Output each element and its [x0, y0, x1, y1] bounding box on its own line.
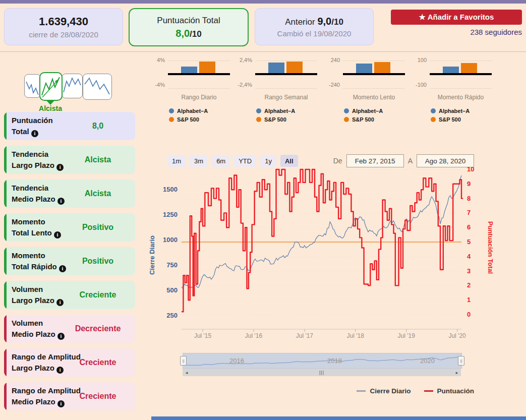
- info-icon[interactable]: i: [54, 231, 61, 238]
- item-value: Alcista: [65, 146, 131, 174]
- mini-legend: Alphabet–A S&P 500: [344, 108, 383, 123]
- item-label: MomentoTotal Lento i: [12, 216, 61, 238]
- mini-chart-title: Rango Diario: [166, 94, 232, 101]
- previous-score-card: Anterior 9,0/10 Cambió el 19/08/2020: [255, 8, 374, 45]
- scrollbar-left-arrow-icon[interactable]: ◂: [183, 370, 191, 375]
- svg-text:1500: 1500: [163, 186, 178, 193]
- legend-label: S&P 500: [352, 116, 374, 123]
- date-to-input[interactable]: [417, 154, 474, 167]
- info-icon[interactable]: i: [56, 367, 64, 374]
- svg-text:6: 6: [467, 223, 471, 231]
- pattern-label: Alcista: [30, 104, 71, 112]
- legend-label: Alphabet–A: [177, 108, 208, 114]
- list-item-puntuacion-total: PuntuaciónTotal i 8,0: [4, 112, 135, 140]
- svg-text:Jul '19: Jul '19: [398, 332, 416, 339]
- navigator-year-label: 2020: [420, 357, 435, 365]
- range-button-ytd[interactable]: YTD: [234, 155, 256, 167]
- previous-subtitle: Cambió el 19/08/2020: [277, 29, 352, 38]
- bar-alphabet: [268, 63, 284, 73]
- date-to-label: A: [408, 157, 413, 165]
- scrollbar-right-arrow-icon[interactable]: ▸: [453, 370, 461, 375]
- range-selector: 1m 3m 6m YTD 1y All De A: [167, 154, 474, 167]
- mini-top-gridline: [168, 61, 230, 61]
- svg-text:250: 250: [166, 312, 178, 319]
- legend-label: Alphabet–A: [352, 108, 383, 114]
- range-button-3m[interactable]: 3m: [190, 155, 208, 167]
- item-accent-bar: [4, 281, 7, 309]
- list-item-momento-rapido: MomentoTotal Rápido i Positivo: [4, 247, 135, 275]
- legend-label: S&P 500: [264, 116, 286, 123]
- info-icon[interactable]: i: [57, 400, 65, 407]
- range-button-6m[interactable]: 6m: [212, 155, 230, 167]
- followers-count: 238 seguidores: [391, 28, 522, 36]
- svg-text:4: 4: [467, 253, 471, 260]
- score-breakdown-list: PuntuaciónTotal i 8,0 TendenciaLargo Pla…: [4, 112, 135, 410]
- mini-ymax-label: 4%: [149, 57, 165, 63]
- svg-text:5: 5: [467, 238, 471, 246]
- pattern-peak-decline-thumb[interactable]: [83, 74, 112, 100]
- list-item-volumen-medio: VolumenMedio Plazo i Decreciente: [4, 315, 135, 343]
- item-accent-bar: [4, 348, 7, 377]
- bar-alphabet: [443, 67, 459, 73]
- range-button-all[interactable]: All: [280, 155, 298, 167]
- chart-navigator[interactable]: 2016 2018 2020 || ||: [183, 353, 462, 369]
- item-accent-bar: [4, 382, 7, 410]
- item-label: VolumenMedio Plazo i: [12, 318, 65, 340]
- list-item-volumen-largo: VolumenLargo Plazo i Creciente: [4, 281, 135, 309]
- item-accent-bar: [4, 146, 7, 174]
- svg-text:1000: 1000: [163, 236, 178, 244]
- svg-text:Jul '17: Jul '17: [296, 332, 314, 339]
- chart-scrollbar[interactable]: ◂ ||| ▸: [183, 369, 461, 376]
- bar-sp500: [461, 63, 477, 73]
- previous-label: Anterior: [285, 17, 317, 27]
- legend-item-puntuacion[interactable]: Puntuación: [424, 387, 475, 395]
- legend-label: Alphabet–A: [264, 108, 295, 114]
- mini-ymin-label: -240: [324, 82, 340, 88]
- date-range: De A: [333, 154, 474, 167]
- mini-chart-rango-diario: 4% -4% Rango Diario Alphabet–A S&P 500: [149, 56, 232, 130]
- sp500-legend-dot-icon: [431, 117, 436, 122]
- mini-ymin-label: -4%: [149, 82, 165, 88]
- svg-text:7: 7: [467, 209, 471, 216]
- navigator-right-handle[interactable]: ||: [458, 356, 464, 366]
- pattern-rising-thumb[interactable]: [62, 74, 83, 98]
- info-icon[interactable]: i: [31, 130, 38, 137]
- svg-text:9: 9: [467, 180, 471, 188]
- price-value: 1.639,430: [39, 15, 88, 28]
- mini-bottom-gridline: [343, 88, 405, 89]
- peak-decline-sparkline-icon: [83, 74, 111, 99]
- favorites-label: Añadir a Favoritos: [426, 13, 494, 21]
- mini-bottom-gridline: [168, 88, 230, 89]
- bar-sp500: [286, 62, 303, 73]
- item-value: 8,0: [65, 112, 131, 140]
- score-value: 8,0: [176, 28, 190, 39]
- legend-item-cierre-diario[interactable]: Cierre Diario: [357, 387, 411, 395]
- alphabet-legend-dot-icon: [431, 108, 436, 113]
- add-to-favorites-button[interactable]: ★ Añadir a Favoritos: [391, 10, 522, 25]
- pattern-uptrend-thumb-selected[interactable]: [39, 72, 63, 101]
- info-icon[interactable]: i: [56, 164, 64, 171]
- item-value: Alcista: [65, 179, 131, 208]
- info-icon[interactable]: i: [57, 333, 65, 340]
- alphabet-legend-dot-icon: [344, 108, 349, 113]
- mini-chart-title: Momento Lento: [341, 94, 407, 101]
- bar-alphabet: [356, 64, 372, 73]
- scrollbar-grip-icon[interactable]: |||: [191, 370, 453, 375]
- svg-text:1250: 1250: [163, 211, 178, 218]
- total-score-card: Puntuación Total 8,0/10: [129, 8, 249, 46]
- range-button-1m[interactable]: 1m: [167, 155, 186, 167]
- info-icon[interactable]: i: [56, 299, 64, 306]
- bar-sp500: [374, 62, 390, 73]
- svg-text:Jul '20: Jul '20: [448, 332, 466, 339]
- date-from-input[interactable]: [346, 154, 404, 167]
- pattern-downtrend-thumb[interactable]: [24, 74, 41, 98]
- item-label: TendenciaMedio Plazo i: [12, 183, 65, 205]
- mini-zero-line: [430, 73, 492, 75]
- svg-text:1: 1: [467, 296, 471, 304]
- navigator-left-handle[interactable]: ||: [180, 356, 187, 366]
- item-value: Creciente: [65, 348, 131, 377]
- info-icon[interactable]: i: [57, 198, 65, 205]
- range-button-1y[interactable]: 1y: [260, 155, 276, 167]
- main-price-score-chart[interactable]: 250500750100012501500012345678910Jul '15…: [147, 167, 495, 344]
- score-denominator: /10: [190, 29, 202, 39]
